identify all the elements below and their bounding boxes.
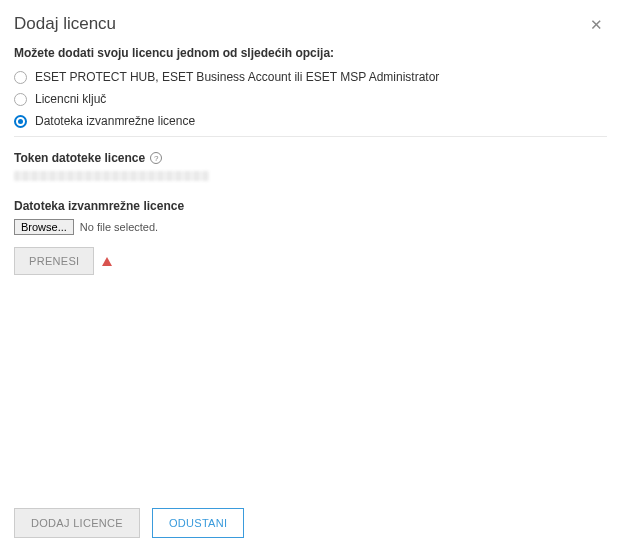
file-picker-row: Browse... No file selected. bbox=[14, 219, 607, 235]
no-file-text: No file selected. bbox=[80, 221, 158, 233]
close-icon[interactable]: ✕ bbox=[590, 17, 603, 32]
divider bbox=[14, 136, 607, 137]
option-offline-file[interactable]: Datoteka izvanmrežne licence bbox=[14, 114, 607, 128]
dialog-footer: DODAJ LICENCE ODUSTANI bbox=[0, 496, 621, 550]
intro-text: Možete dodati svoju licencu jednom od sl… bbox=[14, 46, 607, 60]
warning-icon bbox=[102, 257, 112, 266]
dialog-title: Dodaj licencu bbox=[14, 14, 116, 34]
option-offline-label: Datoteka izvanmrežne licence bbox=[35, 114, 195, 128]
help-icon[interactable]: ? bbox=[150, 152, 162, 164]
radio-icon bbox=[14, 93, 27, 106]
add-license-button[interactable]: DODAJ LICENCE bbox=[14, 508, 140, 538]
token-label-text: Token datoteke licence bbox=[14, 151, 145, 165]
option-key-label: Licencni ključ bbox=[35, 92, 106, 106]
radio-icon bbox=[14, 71, 27, 84]
option-hub[interactable]: ESET PROTECT HUB, ESET Business Account … bbox=[14, 70, 607, 84]
upload-row: PRENESI bbox=[14, 247, 607, 275]
cancel-button[interactable]: ODUSTANI bbox=[152, 508, 244, 538]
license-option-group: ESET PROTECT HUB, ESET Business Account … bbox=[14, 70, 607, 128]
option-license-key[interactable]: Licencni ključ bbox=[14, 92, 607, 106]
browse-button[interactable]: Browse... bbox=[14, 219, 74, 235]
token-section-label: Token datoteke licence ? bbox=[14, 151, 607, 165]
radio-icon-selected bbox=[14, 115, 27, 128]
option-hub-label: ESET PROTECT HUB, ESET Business Account … bbox=[35, 70, 439, 84]
upload-button[interactable]: PRENESI bbox=[14, 247, 94, 275]
dialog-content: Možete dodati svoju licencu jednom od sl… bbox=[0, 46, 621, 496]
dialog-header: Dodaj licencu ✕ bbox=[0, 0, 621, 46]
offline-file-label: Datoteka izvanmrežne licence bbox=[14, 199, 607, 213]
token-value-obscured bbox=[14, 171, 209, 181]
